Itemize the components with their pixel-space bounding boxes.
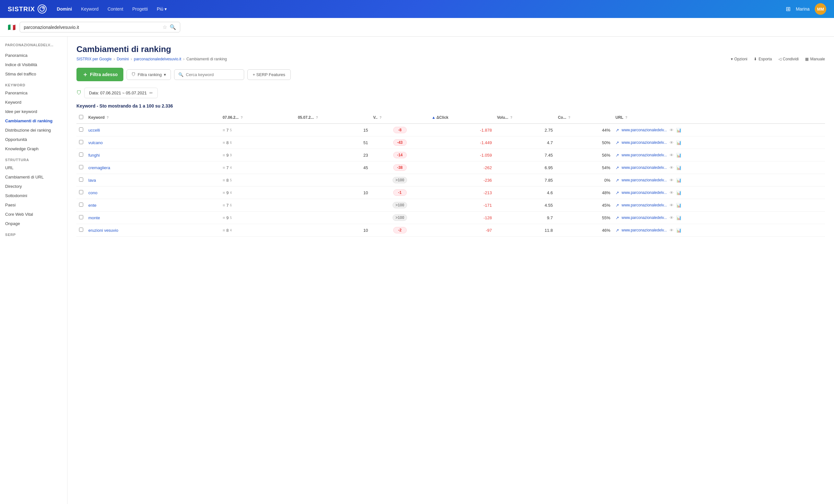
- sidebar-item-sottodomini[interactable]: Sottodomini: [0, 191, 67, 200]
- chart-icon[interactable]: 📊: [676, 165, 681, 170]
- help-icon[interactable]: ?: [626, 116, 628, 119]
- chart-icon[interactable]: 📊: [676, 140, 681, 145]
- sidebar-item-idee-keyword[interactable]: Idee per keyword: [0, 107, 67, 116]
- url-text[interactable]: www.parconazionaledelv...: [622, 228, 667, 232]
- keyword-search-input[interactable]: [186, 72, 240, 77]
- url-text[interactable]: www.parconazionaledelv...: [622, 178, 667, 182]
- eye-icon[interactable]: 👁: [670, 228, 674, 233]
- sidebar-item-cambiamenti-url[interactable]: Cambiamenti di URL: [0, 173, 67, 182]
- external-link-icon[interactable]: ↗: [616, 215, 619, 220]
- help-icon[interactable]: ?: [241, 116, 243, 119]
- sidebar-item-traffico[interactable]: Stima del traffico: [0, 69, 67, 79]
- chart-icon[interactable]: 📊: [676, 190, 681, 195]
- external-link-icon[interactable]: ↗: [616, 190, 619, 195]
- sidebar-item-cambiamenti-ranking[interactable]: Cambiamenti di ranking: [0, 116, 67, 125]
- serp-features-button[interactable]: + SERP Features: [247, 69, 291, 80]
- col-date2[interactable]: 05.07.2... ?: [295, 112, 370, 123]
- row-checkbox[interactable]: [79, 203, 83, 207]
- row-checkbox[interactable]: [79, 128, 83, 132]
- sidebar-item-onpage[interactable]: Onpage: [0, 219, 67, 228]
- help-icon[interactable]: ?: [107, 116, 109, 119]
- external-link-icon[interactable]: ↗: [616, 228, 619, 233]
- chart-icon[interactable]: 📊: [676, 215, 681, 220]
- url-text[interactable]: www.parconazionaledelv...: [622, 128, 667, 132]
- url-text[interactable]: www.parconazionaledelv...: [622, 190, 667, 195]
- sidebar-item-visibilita[interactable]: Indice di Visibilità: [0, 60, 67, 69]
- search-icon[interactable]: 🔍: [170, 24, 176, 30]
- sidebar-item-core-web-vital[interactable]: Core Web Vital: [0, 210, 67, 219]
- col-co[interactable]: Co... ?: [555, 112, 613, 123]
- eye-icon[interactable]: 👁: [670, 165, 674, 170]
- eye-icon[interactable]: 👁: [670, 203, 674, 208]
- star-icon[interactable]: ☆: [162, 24, 167, 30]
- col-date1[interactable]: 07.06.2... ?: [220, 112, 295, 123]
- logo[interactable]: SISTRIX: [8, 4, 47, 14]
- nav-item-content[interactable]: Content: [108, 6, 123, 12]
- url-text[interactable]: www.parconazionaledelv...: [622, 203, 667, 207]
- keyword-text[interactable]: ente: [88, 203, 96, 208]
- col-delta-click[interactable]: ▲ ΔClick: [429, 112, 495, 123]
- eye-icon[interactable]: 👁: [670, 128, 674, 133]
- nav-item-keyword[interactable]: Keyword: [81, 6, 98, 12]
- sidebar-item-paesi[interactable]: Paesi: [0, 200, 67, 210]
- eye-icon[interactable]: 👁: [670, 190, 674, 195]
- share-button[interactable]: ◁ Condividi: [778, 57, 799, 61]
- help-icon[interactable]: ?: [568, 116, 570, 119]
- help-icon[interactable]: ?: [316, 116, 318, 119]
- manual-button[interactable]: ▦ Manuale: [805, 57, 825, 61]
- sidebar-item-directory[interactable]: Directory: [0, 182, 67, 191]
- chart-icon[interactable]: 📊: [676, 178, 681, 183]
- nav-item-domini[interactable]: Domini: [57, 6, 72, 12]
- row-checkbox[interactable]: [79, 153, 83, 157]
- row-checkbox[interactable]: [79, 215, 83, 219]
- edit-icon[interactable]: ✏: [149, 91, 153, 95]
- keyword-text[interactable]: lava: [88, 178, 96, 183]
- keyword-text[interactable]: eruzioni vesuvio: [88, 228, 118, 233]
- url-text[interactable]: www.parconazionaledelv...: [622, 165, 667, 170]
- export-button[interactable]: ⬇ Esporta: [754, 57, 772, 61]
- keyword-text[interactable]: funghi: [88, 153, 100, 158]
- keyword-text[interactable]: monte: [88, 215, 100, 220]
- country-flag[interactable]: 🇮🇹: [8, 23, 16, 31]
- keyword-text[interactable]: cremagliera: [88, 165, 110, 170]
- eye-icon[interactable]: 👁: [670, 153, 674, 158]
- eye-icon[interactable]: 👁: [670, 140, 674, 145]
- col-url[interactable]: URL ?: [613, 112, 825, 123]
- sidebar-item-panoramica-kw[interactable]: Panoramica: [0, 88, 67, 98]
- sidebar-item-panoramica-domain[interactable]: Panoramica: [0, 51, 67, 60]
- date-range-badge[interactable]: Data: 07.06.2021 ~ 05.07.2021 ✏: [84, 88, 158, 98]
- row-checkbox[interactable]: [79, 228, 83, 232]
- row-checkbox[interactable]: [79, 178, 83, 182]
- sidebar-item-url[interactable]: URL: [0, 163, 67, 173]
- breadcrumb-sistrix[interactable]: SISTRIX per Google: [76, 57, 111, 61]
- col-volume[interactable]: Volu... ?: [495, 112, 555, 123]
- grid-icon[interactable]: ⊞: [786, 5, 791, 13]
- sidebar-item-opportunita[interactable]: Opportunità: [0, 135, 67, 144]
- url-text[interactable]: www.parconazionaledelv...: [622, 215, 667, 220]
- external-link-icon[interactable]: ↗: [616, 153, 619, 158]
- sidebar-item-knowledge-graph[interactable]: Knowledge Graph: [0, 144, 67, 154]
- help-icon[interactable]: ?: [379, 116, 381, 119]
- breadcrumb-domain[interactable]: parconazionaledelvesuvio.it: [134, 57, 181, 61]
- eye-icon[interactable]: 👁: [670, 178, 674, 183]
- row-checkbox[interactable]: [79, 190, 83, 194]
- filter-ranking-dropdown[interactable]: ⛉ Filtra ranking ▾: [127, 69, 171, 80]
- help-icon[interactable]: ?: [510, 116, 512, 119]
- keyword-text[interactable]: uccelli: [88, 128, 100, 133]
- nav-item-piu[interactable]: Più ▾: [157, 6, 167, 12]
- options-button[interactable]: ▾ Opzioni: [731, 57, 748, 61]
- sidebar-item-keyword[interactable]: Keyword: [0, 98, 67, 107]
- external-link-icon[interactable]: ↗: [616, 128, 619, 133]
- eye-icon[interactable]: 👁: [670, 215, 674, 220]
- chart-icon[interactable]: 📊: [676, 153, 681, 158]
- select-all-checkbox[interactable]: [79, 115, 83, 119]
- external-link-icon[interactable]: ↗: [616, 203, 619, 208]
- url-text[interactable]: www.parconazionaledelv...: [622, 140, 667, 145]
- url-text[interactable]: www.parconazionaledelv...: [622, 153, 667, 157]
- sidebar-item-distribuzione[interactable]: Distribuzione dei ranking: [0, 125, 67, 135]
- search-input[interactable]: [24, 25, 160, 30]
- external-link-icon[interactable]: ↗: [616, 165, 619, 170]
- filter-now-button[interactable]: ＋ Filtra adesso: [76, 68, 123, 81]
- external-link-icon[interactable]: ↗: [616, 178, 619, 183]
- row-checkbox[interactable]: [79, 140, 83, 144]
